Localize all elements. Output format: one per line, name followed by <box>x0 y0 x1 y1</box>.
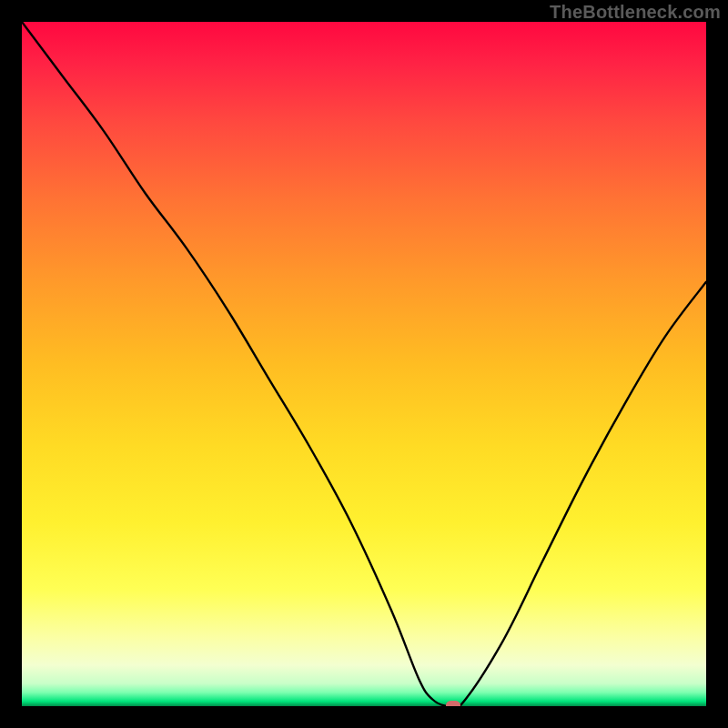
chart-frame: TheBottleneck.com <box>0 0 728 728</box>
watermark-text: TheBottleneck.com <box>550 2 721 23</box>
curve-svg <box>22 22 706 706</box>
minimum-marker <box>446 701 460 706</box>
plot-area <box>22 22 706 706</box>
bottleneck-curve-path <box>22 22 706 706</box>
